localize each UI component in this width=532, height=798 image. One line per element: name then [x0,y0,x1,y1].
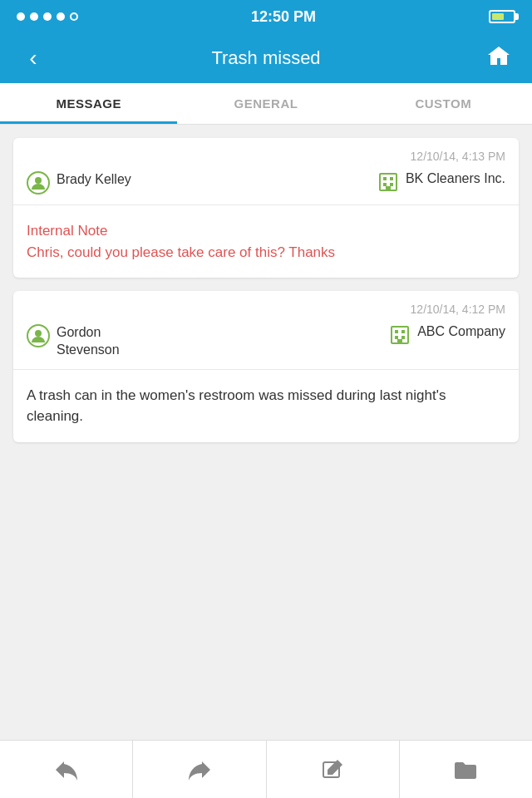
svg-rect-3 [383,177,387,180]
svg-rect-12 [401,330,405,333]
battery-fill [492,13,504,20]
battery-icon [489,10,515,23]
building-icon-1 [377,171,399,193]
company-name-1: BK Cleaners Inc. [406,171,505,186]
company-1: BK Cleaners Inc. [266,171,505,193]
back-button[interactable]: ‹ [17,45,50,71]
message-card-2: 12/10/14, 4:12 PM GordonStevenson [13,291,519,442]
svg-rect-14 [401,336,405,339]
company-2: ABC Company [266,324,505,346]
status-time: 12:50 PM [251,8,316,26]
sender-name-1: Brady Kelley [57,171,131,189]
tab-message[interactable]: MESSAGE [0,83,177,124]
dot-1 [17,12,25,21]
dot-4 [57,12,65,21]
tab-general[interactable]: GENERAL [177,83,354,124]
card-meta-2: GordonStevenson ABC Company [27,324,505,359]
compose-button[interactable] [267,741,400,798]
card-body-1: Internal NoteChris, could you please tak… [13,205,519,278]
dot-2 [30,12,38,21]
timestamp-1: 12/10/14, 4:13 PM [27,150,505,163]
back-action-icon [54,759,79,781]
person-icon-1 [27,171,50,195]
svg-point-9 [35,330,42,337]
nav-bar: ‹ Trash missed [0,33,532,83]
svg-rect-7 [386,186,391,190]
status-bar: 12:50 PM [0,0,532,33]
home-button[interactable] [482,44,515,73]
sender-name-2: GordonStevenson [57,324,120,359]
dot-5 [70,12,78,21]
sender-1: Brady Kelley [27,171,266,195]
svg-rect-5 [383,183,387,186]
person-icon-2 [27,324,50,347]
dot-3 [43,12,52,21]
timestamp-2: 12/10/14, 4:12 PM [27,303,505,316]
folder-button[interactable] [400,741,532,798]
forward-action-button[interactable] [133,741,266,798]
back-action-button[interactable] [0,741,133,798]
main-content: 12/10/14, 4:13 PM Brady Kelley [0,125,532,707]
message-text-1: Internal NoteChris, could you please tak… [27,220,505,263]
message-text-2: A trash can in the women's restroom was … [27,385,505,427]
svg-rect-11 [395,330,398,333]
tab-custom[interactable]: CUSTOM [355,83,532,124]
svg-rect-13 [395,336,398,339]
folder-icon [453,759,478,781]
sender-2: GordonStevenson [27,324,266,359]
battery-indicator [489,10,515,23]
signal-dots [17,12,78,21]
svg-rect-4 [390,177,393,180]
message-card-1: 12/10/14, 4:13 PM Brady Kelley [13,138,519,278]
forward-action-icon [187,759,212,781]
svg-rect-15 [397,339,402,343]
building-icon-2 [389,324,411,346]
bottom-toolbar [0,740,532,798]
compose-icon [321,758,344,781]
company-name-2: ABC Company [417,324,505,339]
card-body-2: A trash can in the women's restroom was … [13,370,519,442]
card-meta-1: Brady Kelley BK Cleaners Inc. [27,171,505,195]
page-title: Trash missed [211,47,320,69]
card-header-2: 12/10/14, 4:12 PM GordonStevenson [13,291,519,370]
tab-bar: MESSAGE GENERAL CUSTOM [0,83,532,125]
svg-rect-6 [390,183,393,186]
card-header-1: 12/10/14, 4:13 PM Brady Kelley [13,138,519,205]
svg-point-1 [35,177,42,184]
